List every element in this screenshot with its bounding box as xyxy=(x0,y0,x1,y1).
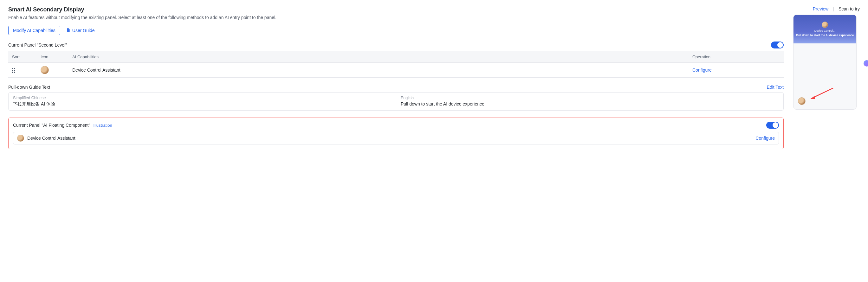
lang-zh-label: Simplified Chinese xyxy=(13,96,391,100)
document-icon xyxy=(66,28,70,33)
preview-avatar-icon xyxy=(822,22,828,28)
page-subtitle: Enable AI features without modifying the… xyxy=(8,15,784,20)
lang-en-text: Pull down to start the AI device experie… xyxy=(401,101,779,106)
capabilities-table: Sort Icon AI Capabilities Operation Devi… xyxy=(8,51,784,77)
lang-zh-text: 下拉开启设备 AI 体验 xyxy=(13,101,391,107)
th-icon: Icon xyxy=(37,51,68,62)
tab-separator: | xyxy=(833,6,834,11)
svg-marker-1 xyxy=(810,96,815,99)
floating-label: Current Panel "AI Floating Component" xyxy=(13,123,90,128)
preview-instruction: Pull down to start the AI device experie… xyxy=(796,34,854,37)
preview-device-label: Device Control... xyxy=(814,29,836,32)
device-configure-link[interactable]: Configure xyxy=(755,136,775,141)
floating-toggle[interactable] xyxy=(766,122,779,129)
guide-text-box: Simplified Chinese 下拉开启设备 AI 体验 English … xyxy=(8,92,784,111)
row-avatar-icon xyxy=(40,66,49,74)
modify-ai-button[interactable]: Modify AI Capabilities xyxy=(8,26,60,35)
second-level-toggle[interactable] xyxy=(771,41,784,49)
device-avatar-icon xyxy=(17,135,24,142)
callout-arrow-icon xyxy=(809,87,835,100)
tab-preview[interactable]: Preview xyxy=(813,6,829,11)
svg-line-0 xyxy=(813,88,833,98)
drag-handle-icon[interactable] xyxy=(12,68,16,72)
assistant-bubble-icon[interactable] xyxy=(864,60,868,66)
user-guide-label: User Guide xyxy=(72,28,95,33)
user-guide-link[interactable]: User Guide xyxy=(66,28,95,33)
pulldown-label: Pull-down Guide Text xyxy=(8,85,50,90)
tab-scan-to-try[interactable]: Scan to try xyxy=(839,6,860,11)
th-op: Operation xyxy=(688,51,784,62)
table-row: Device Control Assistant Configure xyxy=(8,62,784,77)
floating-component-box: Current Panel "AI Floating Component" Il… xyxy=(8,118,784,149)
device-preview: Device Control... Pull down to start the… xyxy=(793,14,857,109)
lang-en-label: English xyxy=(401,96,779,100)
th-cap: AI Capabilities xyxy=(68,51,688,62)
edit-text-link[interactable]: Edit Text xyxy=(767,85,784,90)
row-capability: Device Control Assistant xyxy=(68,64,688,76)
device-name: Device Control Assistant xyxy=(27,136,752,141)
illustration-link[interactable]: Illustration xyxy=(93,123,112,128)
second-level-label: Current Panel "Second Level" xyxy=(8,42,67,48)
floating-avatar-icon xyxy=(798,97,806,105)
th-sort: Sort xyxy=(8,51,37,62)
page-title: Smart AI Secondary Display xyxy=(8,6,784,13)
floating-item-row: Device Control Assistant Configure xyxy=(13,132,779,145)
configure-link[interactable]: Configure xyxy=(692,67,712,72)
